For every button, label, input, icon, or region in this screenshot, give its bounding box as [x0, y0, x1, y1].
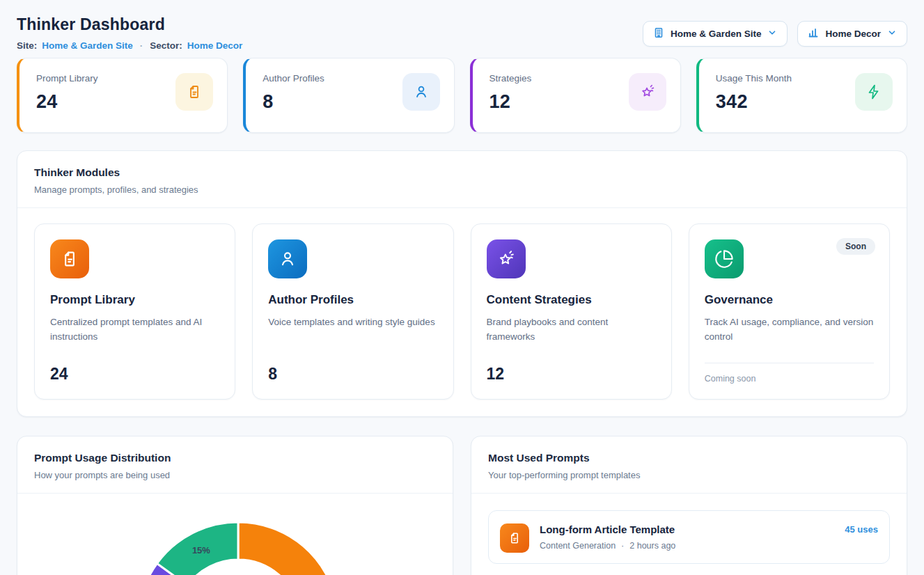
- module-title: Prompt Library: [50, 293, 219, 307]
- stat-label: Author Profiles: [263, 73, 324, 84]
- stat-label: Usage This Month: [716, 73, 792, 84]
- stat-value: 8: [263, 91, 324, 113]
- sector-label: Sector:: [150, 40, 182, 51]
- user-icon: [402, 73, 440, 111]
- module-title: Author Profiles: [268, 293, 437, 307]
- document-icon: [500, 523, 529, 553]
- most-used-header: Most Used Prompts Your top-performing pr…: [471, 436, 907, 493]
- stat-value: 12: [490, 91, 532, 113]
- modules-subtitle: Manage prompts, profiles, and strategies: [34, 184, 890, 195]
- header-actions: Home & Garden Site Home Decor: [643, 21, 907, 47]
- top-bar: Thinker Dashboard Site: Home & Garden Si…: [17, 15, 907, 51]
- prompt-list: Long-form Article Template Content Gener…: [471, 494, 907, 575]
- soon-badge: Soon: [836, 238, 875, 255]
- modules-grid: Prompt Library Centralized prompt templa…: [17, 208, 907, 416]
- star-sparkle-icon: [629, 73, 666, 111]
- prompt-meta: Content Generation · 2 hours ago: [540, 541, 834, 551]
- usage-chart-header: Prompt Usage Distribution How your promp…: [17, 436, 453, 493]
- star-sparkle-icon: [487, 239, 526, 278]
- site-selector-label: Home & Garden Site: [671, 29, 762, 39]
- module-card-prompt-library[interactable]: Prompt Library Centralized prompt templa…: [34, 223, 235, 400]
- stat-label: Prompt Library: [36, 73, 98, 84]
- prompt-usage-panel: Prompt Usage Distribution How your promp…: [17, 436, 453, 575]
- header-left: Thinker Dashboard Site: Home & Garden Si…: [17, 15, 242, 51]
- sector-selector-dropdown[interactable]: Home Decor: [797, 21, 907, 47]
- usage-chart-subtitle: How your prompts are being used: [34, 470, 436, 480]
- module-card-content-strategies[interactable]: Content Strategies Brand playbooks and c…: [471, 223, 672, 400]
- user-icon: [268, 239, 307, 278]
- module-card-author-profiles[interactable]: Author Profiles Voice templates and writ…: [252, 223, 453, 400]
- pie-chart-icon: [705, 239, 744, 278]
- breadcrumb: Site: Home & Garden Site · Sector: Home …: [17, 40, 242, 51]
- prompt-time: 2 hours ago: [629, 541, 675, 551]
- module-card-governance[interactable]: Soon Governance Track AI usage, complian…: [689, 223, 890, 400]
- sector-link[interactable]: Home Decor: [187, 40, 243, 51]
- usage-donut-chart: 45%25%15%15%: [34, 494, 440, 575]
- stat-card-author-profiles: Author Profiles 8: [243, 58, 454, 133]
- bottom-row: Prompt Usage Distribution How your promp…: [17, 436, 907, 575]
- usage-chart-title: Prompt Usage Distribution: [34, 452, 436, 464]
- donut-segment-label: 15%: [192, 545, 210, 556]
- module-description: Brand playbooks and content frameworks: [487, 315, 656, 345]
- module-description: Centralized prompt templates and AI inst…: [50, 315, 219, 345]
- stat-card-strategies: Strategies 12: [470, 58, 681, 133]
- sector-selector-label: Home Decor: [825, 29, 881, 39]
- chevron-down-icon: [767, 28, 777, 40]
- stat-value: 342: [716, 91, 792, 113]
- meta-separator: ·: [621, 541, 624, 551]
- modules-header: Thinker Modules Manage prompts, profiles…: [17, 151, 907, 207]
- dashboard-page: Thinker Dashboard Site: Home & Garden Si…: [0, 0, 924, 575]
- module-count: 12: [487, 365, 656, 384]
- bar-chart-icon: [808, 27, 819, 40]
- stat-cards-row: Prompt Library 24 Author Profiles 8: [17, 58, 907, 133]
- prompt-uses-badge: 45 uses: [845, 524, 878, 535]
- stat-card-usage: Usage This Month 342: [696, 58, 907, 133]
- document-icon: [50, 239, 89, 278]
- modules-title: Thinker Modules: [34, 166, 890, 179]
- site-selector-dropdown[interactable]: Home & Garden Site: [643, 21, 788, 47]
- module-footer: Coming soon: [705, 363, 874, 384]
- page-title: Thinker Dashboard: [17, 15, 242, 34]
- stat-label: Strategies: [490, 73, 532, 84]
- module-description: Voice templates and writing style guides: [268, 315, 437, 330]
- most-used-subtitle: Your top-performing prompt templates: [488, 470, 890, 480]
- chevron-down-icon: [887, 28, 897, 40]
- site-label: Site:: [17, 40, 37, 51]
- module-count: 8: [268, 365, 437, 384]
- module-title: Governance: [705, 293, 874, 307]
- zap-icon: [855, 73, 893, 111]
- donut-segment-1: [238, 522, 338, 575]
- meta-separator: ·: [138, 40, 146, 51]
- document-icon: [175, 73, 213, 111]
- module-description: Track AI usage, compliance, and version …: [705, 315, 874, 345]
- usage-chart-area: 45%25%15%15%: [17, 494, 453, 575]
- most-used-title: Most Used Prompts: [488, 452, 890, 464]
- stat-card-prompt-library: Prompt Library 24: [17, 58, 228, 133]
- module-title: Content Strategies: [487, 293, 656, 307]
- building-icon: [653, 27, 664, 40]
- thinker-modules-panel: Thinker Modules Manage prompts, profiles…: [17, 150, 907, 417]
- stat-value: 24: [36, 91, 98, 113]
- prompt-list-item[interactable]: Long-form Article Template Content Gener…: [488, 510, 890, 564]
- most-used-prompts-panel: Most Used Prompts Your top-performing pr…: [471, 436, 907, 575]
- prompt-category: Content Generation: [540, 541, 616, 551]
- module-count: 24: [50, 365, 219, 384]
- prompt-title: Long-form Article Template: [540, 523, 834, 535]
- site-link[interactable]: Home & Garden Site: [42, 40, 133, 51]
